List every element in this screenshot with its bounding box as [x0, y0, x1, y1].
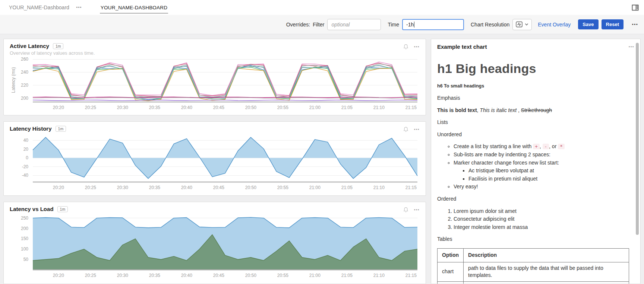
- svg-text:20:20: 20:20: [53, 273, 64, 278]
- list-item: Create a list by starting a line with +,…: [454, 143, 635, 150]
- svg-text:20:55: 20:55: [277, 185, 288, 190]
- resolution-badge: 1m: [57, 206, 68, 212]
- md-h1: h1 Big headings: [437, 60, 635, 78]
- list-item: Marker character change forces new list …: [454, 159, 635, 183]
- svg-text:Latency (ms): Latency (ms): [11, 67, 16, 93]
- svg-text:20:20: 20:20: [53, 105, 64, 110]
- svg-text:220: 220: [21, 83, 28, 88]
- text-cursor: [414, 22, 414, 28]
- sidebar-panel-toggle-icon[interactable]: [632, 4, 639, 11]
- chart-more-icon[interactable]: ⋯: [628, 44, 634, 50]
- svg-text:20:25: 20:25: [85, 105, 96, 110]
- svg-text:20:45: 20:45: [213, 273, 224, 278]
- svg-text:21:05: 21:05: [341, 105, 353, 110]
- list-item: Lorem ipsum dolor sit amet: [454, 208, 635, 215]
- md-emphasis-label: Emphasis: [437, 95, 635, 102]
- svg-text:21:00: 21:00: [309, 273, 321, 278]
- text-chart-card: Example text chart ⋯ h1 Big headings h6 …: [431, 39, 641, 284]
- pulse-chart-icon: [516, 21, 523, 28]
- svg-text:240: 240: [21, 70, 28, 75]
- svg-text:21:15: 21:15: [405, 185, 417, 190]
- chart-title: Latency History: [10, 125, 52, 132]
- svg-text:20:30: 20:30: [117, 273, 128, 278]
- overrides-toolbar: Overrides: Filter Time -1h Chart Resolut…: [0, 15, 644, 34]
- svg-text:21:10: 21:10: [373, 185, 385, 190]
- svg-text:-40: -40: [22, 173, 29, 178]
- latency-history-chart[interactable]: 40200-20-4020:2020:2520:3020:3520:4020:4…: [10, 133, 420, 192]
- svg-text:21:05: 21:05: [341, 185, 353, 190]
- svg-text:20:40: 20:40: [181, 185, 192, 190]
- tab-dashboard[interactable]: YOUR_NAME-DASHBOARD: [100, 1, 168, 13]
- markdown-content: h1 Big headings h6 To small headings Emp…: [437, 60, 635, 284]
- event-overlay-link[interactable]: Event Overlay: [538, 22, 571, 28]
- svg-text:20:55: 20:55: [277, 105, 288, 110]
- reset-button[interactable]: Reset: [602, 19, 624, 29]
- time-label: Time: [388, 22, 399, 28]
- md-unordered-label: Unordered: [437, 131, 635, 138]
- chart-title: Latency vs Load: [10, 206, 54, 212]
- active-latency-chart[interactable]: 260240220200Latency (ms)20:2020:2520:302…: [10, 56, 420, 112]
- latency-vs-load-chart[interactable]: 2502001501005020:2020:2520:3020:3520:402…: [10, 213, 420, 280]
- bell-icon[interactable]: [403, 44, 408, 50]
- options-table: Option Description chart path to data fi…: [437, 248, 629, 284]
- svg-text:40: 40: [23, 138, 29, 143]
- dashboard-group-name[interactable]: YOUR_NAME-Dashboard: [9, 4, 69, 10]
- svg-text:20:55: 20:55: [277, 273, 288, 278]
- chart-more-icon[interactable]: ⋯: [414, 126, 420, 133]
- list-item: Facilisis in pretium nisl aliquet: [468, 175, 635, 183]
- svg-text:20:35: 20:35: [149, 185, 160, 190]
- list-item: Sub-lists are made by indenting 2 spaces…: [454, 151, 635, 159]
- time-value: -1h: [406, 22, 414, 28]
- chevron-down-icon: [525, 23, 528, 26]
- chart-card-latency-history: Latency History 1m ⋯ 40200-20-4020:2020:…: [3, 121, 426, 196]
- chart-subtitle: Overview of latency values across time.: [10, 50, 95, 56]
- bell-icon[interactable]: [403, 127, 408, 133]
- svg-text:100: 100: [21, 246, 28, 252]
- svg-text:20:30: 20:30: [117, 185, 128, 190]
- svg-text:250: 250: [21, 216, 28, 221]
- filter-label: Filter: [313, 22, 324, 28]
- table-header: Option: [438, 249, 464, 262]
- table-header: Description: [464, 249, 629, 262]
- overrides-label: Overrides:: [286, 22, 310, 28]
- dashboard-group-more-icon[interactable]: ⋯: [76, 4, 82, 11]
- svg-text:21:15: 21:15: [405, 273, 417, 278]
- list-item: Very easy!: [454, 183, 635, 191]
- svg-text:20:40: 20:40: [181, 273, 192, 278]
- svg-text:200: 200: [21, 226, 28, 231]
- svg-text:20:20: 20:20: [53, 185, 64, 190]
- svg-text:50: 50: [23, 257, 29, 262]
- svg-text:21:10: 21:10: [373, 105, 385, 110]
- resolution-badge: 1m: [53, 43, 64, 49]
- panel-scrollbar[interactable]: [636, 43, 639, 235]
- chart-resolution-label: Chart Resolution: [471, 22, 509, 28]
- svg-text:200: 200: [21, 96, 28, 101]
- top-bar: YOUR_NAME-Dashboard ⋯ YOUR_NAME-DASHBOAR…: [0, 0, 644, 15]
- svg-text:20:35: 20:35: [149, 105, 160, 110]
- svg-text:20:45: 20:45: [213, 105, 224, 110]
- md-lists-label: Lists: [437, 119, 635, 126]
- table-row: engine engine to be used for processing …: [438, 281, 629, 284]
- svg-text:0: 0: [26, 155, 28, 160]
- inline-code: -: [543, 144, 549, 149]
- svg-text:20:45: 20:45: [213, 185, 224, 190]
- svg-text:20:50: 20:50: [245, 105, 256, 110]
- chart-resolution-dropdown[interactable]: [512, 19, 532, 30]
- time-input[interactable]: -1h: [402, 19, 464, 30]
- svg-text:20:50: 20:50: [245, 273, 256, 278]
- chart-more-icon[interactable]: ⋯: [414, 207, 420, 213]
- list-item: Integer molestie lorem at massa: [454, 224, 635, 231]
- toolbar-more-icon[interactable]: ⋯: [630, 21, 640, 28]
- inline-code: *: [558, 144, 565, 149]
- bell-icon[interactable]: [403, 207, 408, 213]
- save-button[interactable]: Save: [578, 19, 598, 29]
- resolution-badge: 1m: [56, 126, 66, 132]
- chart-more-icon[interactable]: ⋯: [414, 44, 420, 50]
- filter-input[interactable]: [327, 19, 381, 30]
- svg-text:21:05: 21:05: [341, 273, 353, 278]
- list-item: Consectetur adipiscing elit: [454, 216, 635, 223]
- svg-text:20: 20: [23, 147, 29, 152]
- svg-text:21:00: 21:00: [309, 185, 321, 190]
- svg-text:20:35: 20:35: [149, 273, 160, 278]
- svg-text:20:50: 20:50: [245, 185, 256, 190]
